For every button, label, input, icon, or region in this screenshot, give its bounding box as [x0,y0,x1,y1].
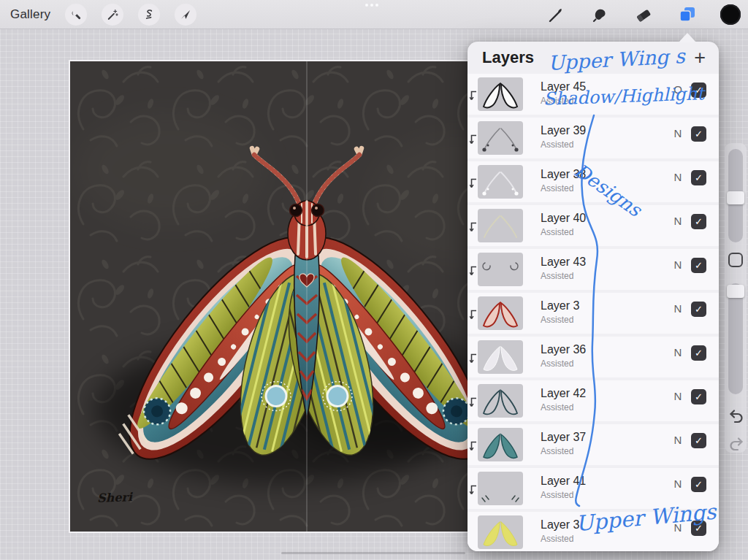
layer-visibility-checkbox[interactable]: ✓ [691,389,706,404]
layer-visibility-checkbox[interactable]: ✓ [691,170,706,185]
layer-row[interactable]: Layer 38 Assisted N ✓ [468,161,719,202]
layer-blend-mode[interactable]: N [669,521,687,534]
layer-blend-mode[interactable]: N [669,258,687,271]
add-layer-button[interactable]: + [694,50,706,65]
layer-row[interactable]: Layer 42 Assisted N ✓ [468,380,719,421]
layer-assisted-label: Assisted [541,315,573,325]
layer-name: Layer 36 [541,343,586,356]
transform-button[interactable] [175,4,196,26]
layer-visibility-checkbox[interactable]: ✓ [691,521,706,536]
smudge-finger-icon [591,6,608,23]
actions-wrench-button[interactable] [65,4,87,26]
layers-tool[interactable] [676,4,698,26]
layer-blend-mode[interactable]: N [669,346,687,358]
layer-thumbnail[interactable] [478,77,523,111]
layer-visibility-checkbox[interactable]: ✓ [691,258,706,273]
layer-row[interactable]: Layer 3 Assisted N ✓ [468,293,719,334]
layer-visibility-checkbox[interactable]: ✓ [691,302,706,317]
layer-name: Layer 43 [541,256,586,269]
clipping-mask-icon [470,265,478,279]
modify-button[interactable] [728,253,743,267]
layer-thumbnail[interactable] [478,384,523,418]
layer-blend-mode[interactable]: O [669,83,687,96]
layer-assisted-label: Assisted [541,139,573,150]
clipping-mask-icon [470,177,478,191]
brush-icon [547,6,565,23]
layer-row[interactable]: Layer 41 Assisted N ✓ [468,468,719,509]
home-indicator [281,552,465,554]
layer-thumbnail[interactable] [478,296,523,330]
layer-name: Layer 3 [541,518,579,532]
layer-thumbnail[interactable] [478,209,523,242]
layer-blend-mode[interactable]: N [669,477,687,490]
brush-tool[interactable] [545,4,567,26]
clipping-mask-icon [470,134,478,147]
layer-visibility-checkbox[interactable]: ✓ [691,433,706,448]
smudge-tool[interactable] [589,4,611,26]
layer-assisted-label: Assisted [541,358,573,369]
redo-button[interactable] [728,435,745,456]
right-toolbar [545,0,748,29]
layer-thumbnail[interactable] [478,428,523,461]
layer-visibility-checkbox[interactable]: ✓ [691,345,706,361]
layer-visibility-checkbox[interactable]: ✓ [691,83,706,98]
layer-assisted-label: Assisted [541,183,573,193]
layer-thumbnail[interactable] [478,165,523,199]
multitasking-dots-icon [365,4,378,7]
brush-size-handle[interactable] [727,191,744,204]
layer-name: Layer 41 [541,475,586,488]
layer-thumbnail[interactable] [478,472,523,505]
layer-blend-mode[interactable]: N [669,390,687,402]
clipping-mask-icon [470,353,478,367]
layer-assisted-label: Assisted [541,490,573,500]
color-swatch[interactable] [720,4,741,25]
layer-row[interactable]: Layer 37 Assisted N ✓ [468,424,719,465]
layer-assisted-label: Assisted [541,96,573,106]
layer-visibility-checkbox[interactable]: ✓ [691,477,706,492]
drawing-canvas[interactable]: Sheri [69,60,534,533]
layer-thumbnail[interactable] [478,253,523,286]
layer-thumbnail[interactable] [478,121,523,155]
clipping-mask-icon [470,396,478,410]
layer-blend-mode[interactable]: N [669,127,687,139]
layer-name: Layer 3 [541,299,579,312]
layer-blend-mode[interactable]: N [669,171,687,183]
layers-icon [678,5,697,24]
layer-blend-mode[interactable]: N [669,434,687,446]
layer-row[interactable]: Layer 36 Assisted N ✓ [468,337,719,377]
layer-thumbnail[interactable] [478,515,523,549]
layer-visibility-checkbox[interactable]: ✓ [691,214,706,229]
redo-icon [728,442,745,455]
layer-assisted-label: Assisted [541,402,573,413]
opacity-slider[interactable] [728,283,743,394]
layer-row[interactable]: Layer 40 Assisted N ✓ [468,205,719,246]
layer-blend-mode[interactable]: N [669,215,687,227]
layer-row[interactable]: Layer 3 Assisted N ✓ [468,512,719,551]
adjustments-button[interactable] [102,4,123,26]
top-toolbar: Gallery [0,0,748,29]
selection-s-icon [142,8,156,21]
layer-name: Layer 39 [541,124,586,137]
layer-row[interactable]: Layer 43 Assisted N ✓ [468,249,719,290]
layer-name: Layer 37 [541,431,586,444]
layer-name: Layer 38 [541,168,586,181]
undo-button[interactable] [728,407,745,428]
opacity-handle[interactable] [727,285,744,298]
layer-name: Layer 42 [541,387,586,400]
layer-row[interactable]: Layer 39 Assisted N ✓ [468,118,719,158]
selection-button[interactable] [138,4,160,26]
undo-icon [728,415,745,427]
gallery-button[interactable]: Gallery [10,7,50,22]
layer-assisted-label: Assisted [541,534,573,544]
layer-thumbnail[interactable] [478,340,523,374]
clipping-mask-icon [470,484,478,498]
layers-panel: Layers + Layer 45 Assisted O ✓ Layer 39 … [468,42,719,551]
layer-visibility-checkbox[interactable]: ✓ [691,126,706,142]
layer-assisted-label: Assisted [541,271,573,281]
eraser-tool[interactable] [633,4,654,26]
transform-arrow-icon [179,8,192,21]
layer-row[interactable]: Layer 45 Assisted O ✓ [468,74,719,115]
layer-name: Layer 45 [541,80,586,93]
layer-blend-mode[interactable]: N [669,302,687,315]
layers-title: Layers [482,48,534,67]
